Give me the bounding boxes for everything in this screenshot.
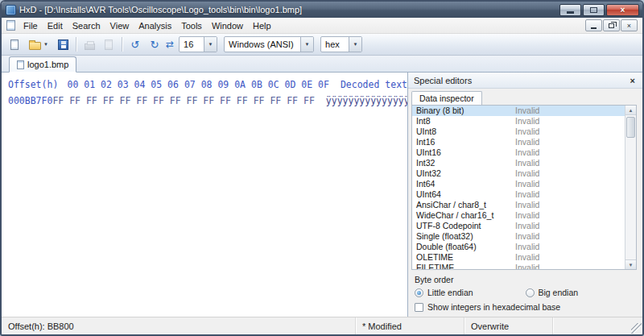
inspector-row-value: Invalid <box>512 168 625 179</box>
row-bytes[interactable]: FF FF FF FF FF FF FF FF FF FF FF FF FF F… <box>52 93 314 109</box>
hex-data-row[interactable]: 000BB7F0 FF FF FF FF FF FF FF FF FF FF F… <box>8 93 407 109</box>
inspector-scrollbar[interactable]: ▲ ▼ <box>625 106 636 269</box>
inspector-row-value: Invalid <box>512 242 625 252</box>
open-dropdown-icon[interactable]: ▼ <box>43 42 48 47</box>
inspector-row-value: Invalid <box>512 147 625 158</box>
tab-strip: logo1.bmp <box>2 56 642 73</box>
bytes-per-row-select[interactable]: 16 ▼ <box>179 36 217 52</box>
tab-data-inspector[interactable]: Data inspector <box>411 91 482 105</box>
inspector-row[interactable]: UInt16 Invalid <box>412 147 625 158</box>
inspector-row[interactable]: Int64 Invalid <box>412 179 625 189</box>
mdi-minimize-button[interactable] <box>585 19 602 31</box>
menu-item[interactable]: View <box>105 19 134 32</box>
hex-base-checkbox-row[interactable]: Show integers in hexadecimal base <box>408 301 642 317</box>
undo-icon: ↺ <box>131 39 140 50</box>
undo-button[interactable]: ↺ <box>126 35 144 53</box>
row-decoded-text[interactable]: ÿÿÿÿÿÿÿÿÿÿÿÿÿÿÿÿ <box>326 93 407 109</box>
big-endian-label: Big endian <box>539 288 579 297</box>
inspector-row[interactable]: Int16 Invalid <box>412 137 625 147</box>
menu-item[interactable]: Analysis <box>134 19 176 32</box>
menu-item[interactable]: Search <box>68 19 105 32</box>
encoding-select[interactable]: Windows (ANSI) ▼ <box>224 36 314 52</box>
minimize-button[interactable] <box>559 4 581 16</box>
big-endian-radio[interactable]: Big endian <box>526 288 637 297</box>
save-button[interactable] <box>54 35 72 53</box>
scroll-down-icon[interactable]: ▼ <box>625 259 636 269</box>
inspector-row[interactable]: Int32 Invalid <box>412 158 625 168</box>
chevron-down-icon[interactable]: ▼ <box>204 37 217 52</box>
inspector-row[interactable]: AnsiChar / char8_t Invalid <box>412 200 625 210</box>
menubar: FileEditSearchViewAnalysisToolsWindowHel… <box>2 18 642 34</box>
inspector-row[interactable]: FILETIME Invalid <box>412 263 625 269</box>
toolbar-separator <box>122 37 122 52</box>
print-button[interactable] <box>80 35 98 53</box>
status-filler <box>553 317 642 334</box>
menu-item[interactable]: File <box>19 19 43 32</box>
status-offset: Offset(h): BB800 <box>2 317 356 334</box>
inspector-row-value: Invalid <box>512 252 625 263</box>
scroll-up-icon[interactable]: ▲ <box>625 106 636 115</box>
inspector-row[interactable]: Double (float64) Invalid <box>412 242 625 252</box>
inspector-rows: Binary (8 bit) Invalid Int8 Invalid UInt… <box>412 106 625 269</box>
menu-item[interactable]: Tools <box>176 19 207 32</box>
encoding-value: Windows (ANSI) <box>225 37 300 52</box>
maximize-button[interactable] <box>583 4 605 16</box>
panel-close-icon[interactable]: × <box>629 76 637 85</box>
inspector-row[interactable]: Int8 Invalid <box>412 116 625 127</box>
inspector-row[interactable]: OLETIME Invalid <box>412 252 625 263</box>
export-button[interactable] <box>100 35 118 53</box>
offset-column-header: Offset(h) <box>8 77 67 93</box>
radio-unselected-icon[interactable] <box>526 288 535 297</box>
inspector-row-label: UInt64 <box>412 189 512 200</box>
inspector-row[interactable]: UInt32 Invalid <box>412 168 625 179</box>
menu-item[interactable]: Window <box>207 19 248 32</box>
open-file-button[interactable]: ▼ <box>25 35 52 53</box>
inspector-row[interactable]: WideChar / char16_t Invalid <box>412 210 625 221</box>
hxd-window: HxD - [D:\Installs\AVR Tools\Oscilloscop… <box>0 0 644 336</box>
byte-order-group: Byte order Little endian Big endian <box>408 272 642 301</box>
hex-header-row: Offset(h) 00 01 02 03 04 05 06 07 08 09 … <box>8 77 407 93</box>
tab-logo1-bmp[interactable]: logo1.bmp <box>9 56 76 73</box>
radio-selected-icon[interactable] <box>415 288 423 297</box>
mdi-close-button[interactable]: × <box>621 19 638 31</box>
resize-grip[interactable] <box>631 323 642 334</box>
panel-tab-strip: Data inspector <box>408 89 642 105</box>
inspector-row-label: OLETIME <box>412 252 512 263</box>
data-inspector-tab-label: Data inspector <box>419 93 474 103</box>
little-endian-radio[interactable]: Little endian <box>415 288 526 297</box>
scrollbar-thumb[interactable] <box>626 117 635 138</box>
mdi-minimize-icon <box>591 27 597 29</box>
inspector-row-value: Invalid <box>512 137 625 147</box>
bytes-per-row-icon: ⇄ <box>166 39 174 49</box>
menu-item[interactable]: Help <box>248 19 276 32</box>
status-overwrite-mode: Overwrite <box>464 317 553 334</box>
hex-editor[interactable]: Offset(h) 00 01 02 03 04 05 06 07 08 09 … <box>2 73 407 317</box>
inspector-row[interactable]: Binary (8 bit) Invalid <box>412 106 625 116</box>
chevron-down-icon[interactable]: ▼ <box>349 37 361 52</box>
new-file-button[interactable] <box>6 35 23 53</box>
offset-base-select[interactable]: hex ▼ <box>320 36 362 52</box>
inspector-row[interactable]: UInt64 Invalid <box>412 189 625 200</box>
data-inspector-grid: Binary (8 bit) Invalid Int8 Invalid UInt… <box>411 105 637 270</box>
inspector-row[interactable]: UInt8 Invalid <box>412 127 625 137</box>
menu-item[interactable]: Edit <box>43 19 68 32</box>
checkbox-icon[interactable] <box>415 303 423 312</box>
hex-base-checkbox-label: Show integers in hexadecimal base <box>427 302 560 312</box>
inspector-row[interactable]: UTF-8 Codepoint Invalid <box>412 221 625 231</box>
status-modified: * Modified <box>356 317 464 334</box>
tab-label: logo1.bmp <box>27 60 68 69</box>
inspector-row-value: Invalid <box>512 221 625 231</box>
inspector-row-label: UInt8 <box>412 127 512 137</box>
decoded-chars[interactable]: ÿÿÿÿÿÿÿÿÿÿÿÿÿÿÿÿ <box>326 95 407 106</box>
inspector-row[interactable]: Single (float32) Invalid <box>412 231 625 242</box>
close-icon: × <box>621 6 625 15</box>
close-button[interactable]: × <box>606 4 639 16</box>
inspector-row-label: FILETIME <box>412 263 512 269</box>
document-icon[interactable] <box>6 20 15 31</box>
chevron-down-icon[interactable]: ▼ <box>300 37 313 52</box>
decoded-text-header: Decoded text <box>341 77 407 93</box>
mdi-restore-button[interactable] <box>603 19 620 31</box>
minimize-icon <box>567 11 574 14</box>
print-icon <box>85 44 95 50</box>
redo-button[interactable]: ↻ <box>146 35 163 53</box>
